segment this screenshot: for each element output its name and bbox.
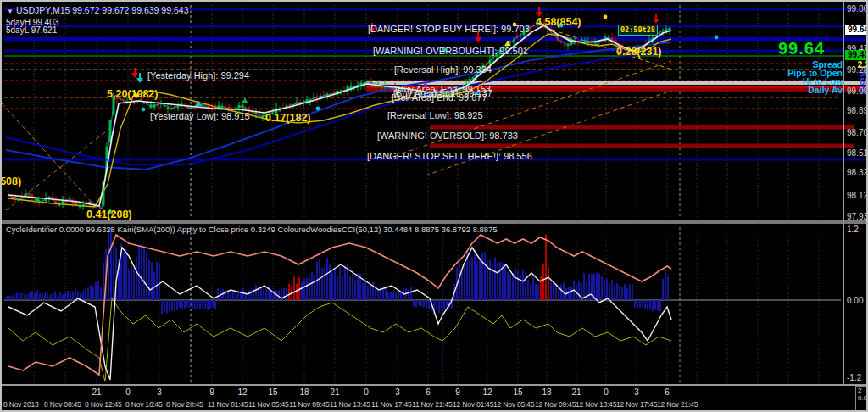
candlesticks xyxy=(8,19,671,214)
corner-value-1: 2 xyxy=(858,387,868,394)
corner-value-2: 0.00 xyxy=(858,394,868,402)
mt4-chart-window: ▼USDJPY,M15 99.672 99.672 99.639 99.643 … xyxy=(0,0,868,412)
indicator-pane xyxy=(4,227,841,381)
chart-canvas[interactable] xyxy=(2,2,868,412)
grid-lines xyxy=(34,5,819,383)
level-lines xyxy=(4,9,868,159)
timeaxis-separator xyxy=(2,384,868,386)
price-axis-border xyxy=(843,2,844,384)
pane-separator[interactable] xyxy=(2,220,868,224)
axis-corner-box: 2 0.00 xyxy=(855,386,868,411)
